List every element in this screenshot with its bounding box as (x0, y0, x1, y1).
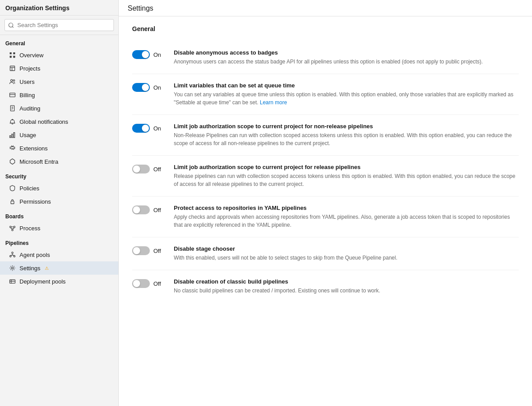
sidebar-item-settings[interactable]: Settings⚠ (0, 261, 118, 275)
setting-info-disable-stage-chooser: Disable stage chooserWith this enabled, … (174, 245, 519, 262)
settings-list: OnDisable anonymous access to badgesAnon… (132, 41, 519, 303)
toggle-label-disable-classic-build: Off (153, 280, 161, 287)
sidebar-section-label: General (0, 35, 118, 48)
toggle-label-disable-stage-chooser: Off (153, 248, 161, 254)
main-header: Settings (119, 0, 532, 16)
toggle-area-disable-stage-chooser: Off (132, 245, 163, 255)
svg-rect-4 (10, 66, 15, 71)
setting-desc-limit-job-auth-release: Release pipelines can run with collectio… (174, 172, 519, 188)
sidebar-section-security: SecurityPoliciesPermissions (0, 168, 118, 208)
setting-row-disable-classic-build: OffDisable creation of classic build pip… (132, 270, 519, 303)
sidebar-item-label: Users (20, 79, 35, 85)
sidebar-item-extensions[interactable]: Extensions (0, 142, 118, 155)
sidebar-content: GeneralOverviewProjectsUsersBillingAudit… (0, 35, 118, 406)
sidebar-item-projects[interactable]: Projects (0, 62, 118, 75)
svg-point-27 (12, 252, 13, 254)
agent-pools-icon (9, 251, 16, 258)
setting-info-limit-variables-queue: Limit variables that can be set at queue… (174, 82, 519, 106)
sidebar-item-label: Usage (20, 132, 36, 138)
sidebar-section-label: Security (0, 168, 118, 181)
sidebar-section-general: GeneralOverviewProjectsUsersBillingAudit… (0, 35, 118, 168)
setting-desc-protect-yaml-repos: Apply checks and approvals when accessin… (174, 213, 519, 229)
users-icon (9, 78, 16, 85)
svg-line-25 (11, 228, 12, 229)
setting-info-disable-classic-build: Disable creation of classic build pipeli… (174, 278, 519, 295)
sidebar-section-pipelines: PipelinesAgent poolsSettings⚠Deployment … (0, 235, 118, 288)
sidebar-section-label: Pipelines (0, 235, 118, 248)
setting-row-limit-job-auth-release: OffLimit job authorization scope to curr… (132, 156, 519, 197)
sidebar-item-usage[interactable]: Usage (0, 128, 118, 142)
sidebar-item-label: Global notifications (20, 118, 68, 125)
toggle-limit-job-auth-nonrelease[interactable] (132, 124, 150, 133)
svg-point-28 (10, 256, 12, 257)
sidebar-item-label: Policies (20, 185, 39, 192)
sidebar-item-microsoft-entra[interactable]: Microsoft Entra (0, 155, 118, 168)
setting-row-limit-job-auth-nonrelease: OnLimit job authorization scope to curre… (132, 115, 519, 156)
svg-point-22 (14, 226, 16, 228)
svg-rect-2 (10, 56, 12, 58)
billing-icon (9, 91, 16, 99)
sidebar-item-policies[interactable]: Policies (0, 181, 118, 195)
permissions-icon (9, 198, 16, 205)
sidebar-item-label: Deployment pools (20, 278, 66, 285)
sidebar-item-overview[interactable]: Overview (0, 48, 118, 62)
toggle-disable-anonymous-badges[interactable] (132, 50, 150, 59)
usage-icon (9, 131, 16, 138)
sidebar-item-label: Agent pools (20, 252, 50, 258)
section-title: General (132, 25, 519, 32)
svg-rect-18 (14, 133, 15, 138)
projects-icon (9, 65, 16, 72)
sidebar-item-label: Microsoft Entra (20, 158, 58, 165)
svg-point-23 (12, 229, 13, 231)
toggle-limit-job-auth-release[interactable] (132, 165, 150, 173)
extensions-icon (9, 145, 16, 152)
sidebar-item-agent-pools[interactable]: Agent pools (0, 248, 118, 261)
policies-icon (9, 185, 16, 192)
sidebar-item-process[interactable]: Process (0, 221, 118, 235)
toggle-disable-classic-build[interactable] (132, 279, 150, 288)
notifications-icon (9, 118, 16, 125)
process-icon (9, 225, 16, 232)
sidebar: Organization Settings GeneralOverviewPro… (0, 0, 119, 406)
setting-desc-limit-variables-queue: You can set any variables at queue time … (174, 91, 519, 106)
sidebar-item-label: Settings (20, 265, 40, 272)
grid-icon (9, 51, 16, 59)
sidebar-item-label: Process (20, 225, 40, 232)
setting-info-protect-yaml-repos: Protect access to repositories in YAML p… (174, 205, 519, 229)
toggle-area-disable-anonymous-badges: On (132, 49, 163, 59)
sidebar-item-users[interactable]: Users (0, 75, 118, 88)
sidebar-item-auditing[interactable]: Auditing (0, 102, 118, 115)
svg-rect-16 (10, 136, 11, 138)
setting-info-limit-job-auth-release: Limit job authorization scope to current… (174, 164, 519, 188)
setting-link-limit-variables-queue[interactable]: Learn more (260, 99, 287, 106)
svg-rect-3 (13, 56, 15, 58)
svg-rect-1 (13, 52, 15, 54)
setting-title-disable-stage-chooser: Disable stage chooser (174, 245, 519, 252)
toggle-protect-yaml-repos[interactable] (132, 205, 150, 214)
setting-title-disable-classic-build: Disable creation of classic build pipeli… (174, 278, 519, 285)
main-content: Settings General OnDisable anonymous acc… (119, 0, 532, 406)
sidebar-item-deployment-pools[interactable]: Deployment pools (0, 275, 118, 288)
svg-line-31 (11, 255, 12, 256)
toggle-limit-variables-queue[interactable] (132, 83, 150, 92)
sidebar-item-permissions[interactable]: Permissions (0, 195, 118, 208)
main-body: General OnDisable anonymous access to ba… (119, 16, 532, 311)
toggle-disable-stage-chooser[interactable] (132, 246, 150, 255)
search-input[interactable] (4, 19, 114, 31)
svg-marker-19 (10, 159, 15, 164)
sidebar-section-label: Boards (0, 208, 118, 221)
setting-title-protect-yaml-repos: Protect access to repositories in YAML p… (174, 205, 519, 211)
toggle-label-limit-job-auth-nonrelease: On (153, 125, 161, 132)
setting-title-limit-variables-queue: Limit variables that can be set at queue… (174, 82, 519, 89)
svg-point-33 (12, 267, 13, 269)
sidebar-item-global-notifications[interactable]: Global notifications (0, 115, 118, 128)
sidebar-item-billing[interactable]: Billing (0, 88, 118, 102)
sidebar-item-label: Permissions (20, 198, 51, 205)
toggle-area-disable-classic-build: Off (132, 278, 163, 288)
sidebar-title: Organization Settings (0, 0, 118, 16)
toggle-label-limit-job-auth-release: Off (153, 166, 161, 173)
setting-title-limit-job-auth-release: Limit job authorization scope to current… (174, 164, 519, 170)
sidebar-search-container (0, 16, 118, 35)
deployment-pools-icon (9, 278, 16, 285)
toggle-area-protect-yaml-repos: Off (132, 205, 163, 214)
